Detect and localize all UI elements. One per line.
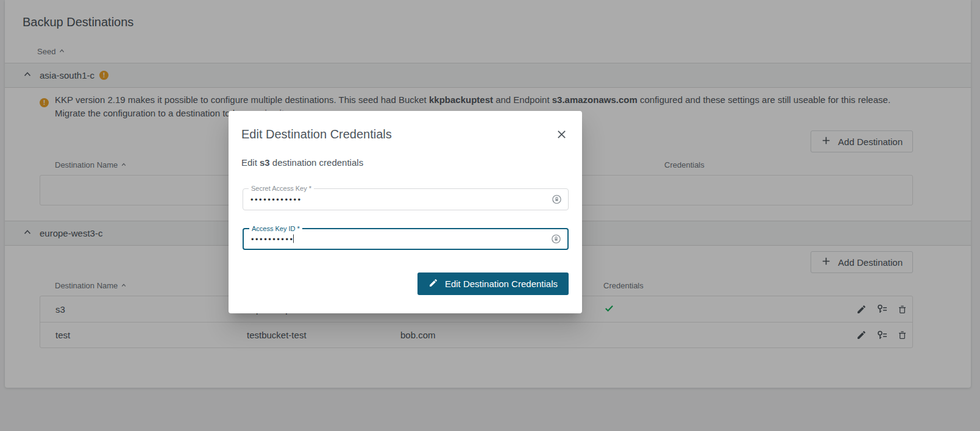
access-key-id-label: Access Key ID *: [249, 225, 302, 232]
secret-access-key-value: ••••••••••••: [250, 195, 302, 204]
toggle-password-visibility-button[interactable]: [551, 194, 563, 205]
pencil-icon: [428, 278, 438, 290]
edit-destination-credentials-submit-button[interactable]: Edit Destination Credentials: [417, 272, 569, 295]
access-key-id-value: ••••••••••: [251, 235, 294, 244]
password-visibility-icon: [551, 198, 563, 207]
secret-access-key-label: Secret Access Key *: [249, 185, 314, 192]
secret-access-key-field[interactable]: Secret Access Key * ••••••••••••: [243, 188, 569, 210]
close-button[interactable]: [555, 127, 569, 141]
access-key-id-field[interactable]: Access Key ID * ••••••••••: [243, 228, 569, 250]
dialog-subtitle: Edit s3 destination credentials: [241, 157, 363, 168]
password-visibility-icon: [550, 238, 562, 247]
toggle-password-visibility-button[interactable]: [550, 233, 562, 245]
edit-destination-credentials-dialog: Edit Destination Credentials Edit s3 des…: [229, 111, 582, 313]
backup-destinations-page: Backup Destinations Seed asia-south1-c !…: [0, 0, 980, 431]
text-cursor: [293, 235, 294, 243]
dialog-title: Edit Destination Credentials: [241, 127, 392, 141]
close-icon: [556, 133, 567, 142]
